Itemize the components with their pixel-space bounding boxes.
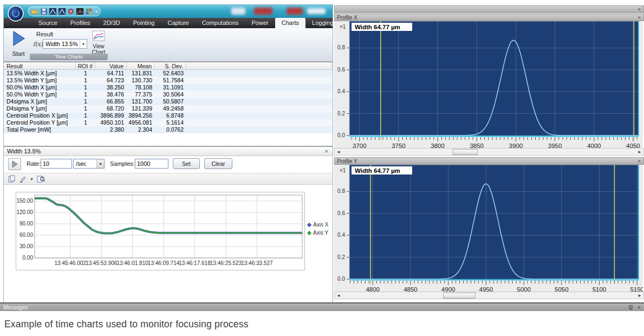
svg-text:4000: 4000: [587, 143, 601, 148]
dock-container-header[interactable]: ×: [334, 5, 644, 13]
svg-text:0.6: 0.6: [337, 67, 345, 73]
close-icon[interactable]: ×: [638, 15, 641, 21]
table-row[interactable]: 13.5% Width Y [µm]164.723130.73051.7584: [4, 77, 333, 84]
beam-3d-icon[interactable]: [76, 8, 83, 15]
scroll-left-icon[interactable]: ◄: [336, 149, 341, 155]
time-chart[interactable]: 150.00120.0090.0060.0030.000.0013:45:46.…: [16, 192, 305, 270]
samples-input[interactable]: [135, 159, 168, 169]
ribbon-tab-source[interactable]: Source: [32, 18, 64, 28]
time-charts-group: Result f(x) Width 13.5% ▼ View Chart Tim…: [30, 29, 108, 60]
zoom-preview-icon[interactable]: [37, 175, 45, 183]
clear-button[interactable]: Clear: [204, 158, 232, 169]
table-row[interactable]: 13.5% Width X [µm]164.711131.83152.6403: [4, 70, 333, 77]
column-header[interactable]: Value: [95, 62, 127, 69]
width-panel-header[interactable]: Width 13.5% ×: [4, 147, 333, 156]
save-icon[interactable]: [41, 8, 47, 15]
view-chart-button[interactable]: View Chart: [89, 30, 108, 53]
table-row[interactable]: 50.0% Width Y [µm]138.47677.37530.5064: [4, 91, 333, 98]
close-icon[interactable]: ×: [638, 7, 641, 12]
table-row[interactable]: D4sigma Y [µm]168.720131.33949.2458: [4, 105, 333, 112]
column-header[interactable]: S. Dev.: [155, 62, 186, 69]
table-row[interactable]: 50.0% Width X [µm]138.25078.10831.1091: [4, 84, 333, 91]
scroll-right-icon[interactable]: ►: [638, 149, 642, 155]
beam-profile-y-icon[interactable]: [58, 8, 66, 15]
table-cell: 68.720: [95, 105, 127, 112]
aperture-icon: [12, 10, 19, 17]
table-cell: 13.5% Width Y [µm]: [4, 77, 76, 84]
scrollbar-thumb[interactable]: [453, 149, 478, 155]
chart-tools-strip: ▼: [4, 173, 333, 185]
svg-text:0.2: 0.2: [337, 111, 345, 117]
ribbon-tab-charts[interactable]: Charts: [275, 18, 305, 28]
svg-text:0.4: 0.4: [337, 232, 345, 238]
chevron-down-icon[interactable]: ▼: [96, 159, 104, 168]
pin-icon[interactable]: [628, 305, 633, 311]
svg-text:3950: 3950: [548, 143, 562, 148]
rate-unit-dropdown[interactable]: /sec ▼: [73, 159, 105, 169]
chevron-down-icon[interactable]: ▼: [80, 40, 87, 48]
messages-label: Messages: [3, 305, 28, 311]
profile-x-title: Profile X: [337, 15, 357, 21]
rate-input[interactable]: [41, 159, 72, 169]
ribbon-tab-computations[interactable]: Computations: [196, 18, 245, 28]
close-icon[interactable]: ×: [325, 148, 328, 154]
blurred-logo: [307, 8, 326, 14]
legend-item[interactable]: Axis X: [308, 221, 333, 229]
svg-text:0.0: 0.0: [337, 132, 345, 138]
plot-area[interactable]: [349, 21, 639, 136]
edit-pen-icon[interactable]: [19, 175, 27, 183]
start-button[interactable]: Start: [8, 30, 29, 59]
beam-analysis-window: ▾ SourceProfiles2D/3DPointingCaptureComp…: [3, 4, 333, 303]
svg-text:13:46:01.810: 13:46:01.810: [116, 260, 148, 266]
table-cell: 1: [76, 77, 95, 84]
table-row[interactable]: Centroid Position Y [µm]14950.1014956.08…: [4, 119, 333, 126]
chevron-down-icon[interactable]: ▼: [30, 177, 34, 181]
window-titlebar: ▾: [4, 5, 333, 18]
svg-text:×1: ×1: [340, 24, 346, 30]
profile-x-plot[interactable]: 0.80.60.40.20.03700375038003850390039504…: [334, 21, 644, 148]
table-cell: 50.0% Width Y [µm]: [4, 91, 76, 98]
profile-y-header[interactable]: Profile Y ×: [334, 157, 644, 165]
page: ▾ SourceProfiles2D/3DPointingCaptureComp…: [0, 0, 644, 336]
table-row[interactable]: D4sigma X [µm]166.855131.70050.5807: [4, 98, 333, 105]
set-button[interactable]: Set: [173, 158, 200, 169]
chart-play-button[interactable]: [8, 158, 21, 170]
legend-item[interactable]: Axis Y: [308, 229, 333, 237]
scroll-right-icon[interactable]: ►: [638, 293, 642, 299]
copy-icon[interactable]: [8, 175, 16, 183]
table-cell: Total Power [mW]: [4, 126, 76, 133]
results-table-header: ResultROI #ValueMeanS. Dev.: [4, 62, 333, 70]
tile-windows-icon[interactable]: [86, 8, 92, 15]
beam-2d-icon[interactable]: [68, 8, 74, 15]
beam-profile-x-icon[interactable]: [49, 8, 56, 15]
result-dropdown[interactable]: Width 13.5% ▼: [43, 39, 87, 49]
ribbon-tab-capture[interactable]: Capture: [161, 18, 196, 28]
ribbon-tab-power[interactable]: Power: [245, 18, 275, 28]
profile-x-scrollbar[interactable]: ◄ ►: [334, 148, 644, 156]
qat-dropdown-caret[interactable]: ▾: [95, 9, 97, 14]
profile-y-plot[interactable]: 0.80.60.40.20.04800485049004950500050505…: [334, 165, 644, 292]
profile-y-scrollbar[interactable]: ◄ ►: [334, 292, 644, 299]
close-icon[interactable]: ×: [638, 158, 641, 164]
ribbon-tab-profiles[interactable]: Profiles: [64, 18, 97, 28]
ribbon-tab-pointing[interactable]: Pointing: [127, 18, 161, 28]
table-row[interactable]: Total Power [mW]2.3802.3040.0762: [4, 126, 333, 133]
table-row[interactable]: Centroid Position X [µm]13896.8993894.25…: [4, 112, 333, 119]
plot-area[interactable]: [349, 165, 639, 280]
ribbon-tab-2d-3d[interactable]: 2D/3D: [97, 18, 127, 28]
column-header[interactable]: ROI #: [76, 62, 95, 69]
profile-x-header[interactable]: Profile X ×: [334, 14, 644, 21]
scrollbar-thumb[interactable]: [443, 293, 476, 299]
application-menu-button[interactable]: [8, 5, 24, 22]
column-header[interactable]: Result: [4, 62, 76, 69]
quick-access-toolbar: ▾: [28, 7, 101, 16]
open-file-icon[interactable]: [31, 8, 38, 15]
column-header[interactable]: Mean: [127, 62, 155, 69]
scroll-left-icon[interactable]: ◄: [336, 293, 341, 299]
close-icon[interactable]: ×: [638, 305, 641, 311]
svg-text:5100: 5100: [593, 286, 607, 292]
svg-text:4900: 4900: [441, 286, 456, 292]
table-cell: Centroid Position Y [µm]: [4, 119, 76, 126]
rate-unit-value: /sec: [74, 159, 96, 168]
svg-text:5050: 5050: [555, 286, 569, 292]
